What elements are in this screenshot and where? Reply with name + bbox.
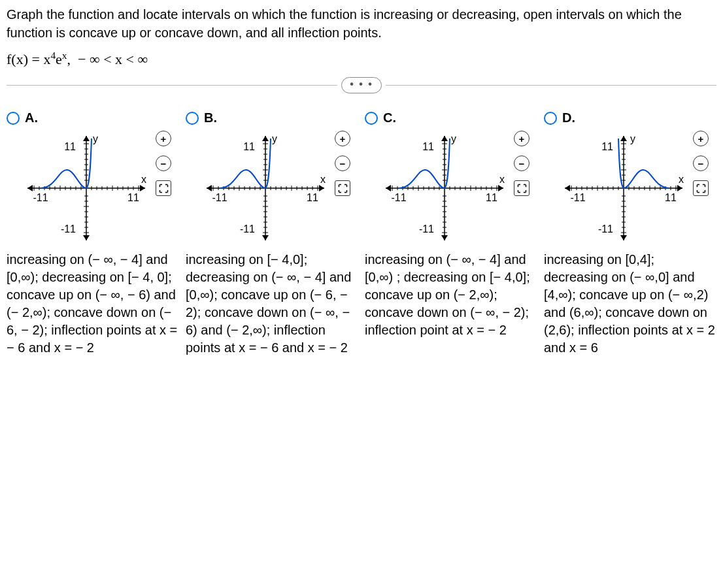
expand-ellipsis[interactable]: • • • (341, 77, 382, 93)
svg-text:-11: -11 (61, 223, 76, 235)
svg-text:11: 11 (64, 141, 76, 152)
svg-text:-11: -11 (570, 192, 585, 203)
option[interactable]: D. y (544, 110, 716, 357)
svg-text:-11: -11 (598, 223, 613, 235)
svg-text:11: 11 (486, 192, 497, 203)
graph-plot: y x -11 11 11 -11 (200, 129, 331, 247)
zoom-in-icon[interactable]: + (156, 131, 171, 146)
divider-line (7, 85, 337, 86)
svg-text:-11: -11 (240, 223, 255, 235)
radio-button[interactable] (544, 112, 557, 125)
svg-text:11: 11 (422, 141, 434, 152)
svg-marker-51 (262, 235, 269, 240)
y-axis-label: y (630, 133, 635, 144)
zoom-out-icon[interactable]: − (514, 155, 530, 171)
svg-text:-11: -11 (391, 192, 406, 203)
svg-marker-5 (83, 235, 90, 240)
question-equation: f(x) = x4ex, − ∞ < x < ∞ (7, 50, 716, 68)
svg-marker-97 (441, 235, 448, 240)
svg-marker-140 (565, 185, 570, 191)
option-description: increasing on [0,4]; decreasing on (− ∞,… (544, 251, 716, 357)
zoom-out-icon[interactable]: − (335, 155, 350, 171)
graph-plot: y x -11 11 11 -11 (21, 129, 152, 247)
radio-button[interactable] (7, 112, 20, 125)
zoom-in-icon[interactable]: + (693, 131, 709, 146)
radio-button[interactable] (365, 112, 378, 125)
option[interactable]: B. y (186, 110, 358, 357)
zoom-out-icon[interactable]: − (156, 155, 171, 171)
divider: • • • (7, 77, 716, 93)
svg-text:-11: -11 (212, 192, 227, 203)
svg-marker-1 (140, 185, 145, 191)
svg-text:11: 11 (127, 192, 139, 203)
divider-line (386, 85, 716, 86)
option-label: C. (383, 110, 396, 125)
svg-text:11: 11 (243, 141, 255, 152)
expand-icon[interactable]: ⛶ (693, 180, 709, 196)
svg-marker-48 (207, 185, 212, 191)
svg-marker-94 (386, 185, 391, 191)
graph-plot: y x -11 11 11 -11 (379, 129, 510, 247)
zoom-in-icon[interactable]: + (335, 131, 350, 146)
y-axis-label: y (93, 133, 98, 144)
svg-marker-47 (319, 185, 324, 191)
x-axis-label: x (141, 174, 146, 185)
svg-text:-11: -11 (33, 192, 48, 203)
question-prompt: Graph the function and locate intervals … (7, 5, 716, 42)
zoom-out-icon[interactable]: − (693, 155, 709, 171)
svg-text:11: 11 (307, 192, 318, 203)
x-axis-label: x (320, 174, 326, 185)
option-label: B. (204, 110, 217, 125)
expand-icon[interactable]: ⛶ (514, 180, 530, 196)
expand-icon[interactable]: ⛶ (335, 180, 350, 196)
svg-text:-11: -11 (419, 223, 434, 235)
svg-marker-139 (677, 185, 682, 191)
svg-marker-93 (498, 185, 503, 191)
option-description: increasing on [− 4,0]; decreasing on (− … (186, 251, 358, 357)
svg-marker-4 (83, 136, 90, 141)
option-description: increasing on (− ∞, − 4] and [0,∞); decr… (7, 251, 179, 357)
svg-text:11: 11 (601, 141, 613, 152)
x-axis-label: x (679, 174, 684, 185)
option[interactable]: C. y (365, 110, 537, 357)
svg-marker-2 (27, 185, 33, 191)
option-description: increasing on (− ∞, − 4] and [0,∞) ; dec… (365, 251, 537, 339)
svg-marker-143 (620, 235, 627, 240)
zoom-in-icon[interactable]: + (514, 131, 530, 146)
y-axis-label: y (451, 133, 456, 144)
option-label: A. (25, 110, 38, 125)
expand-icon[interactable]: ⛶ (156, 180, 171, 196)
option-label: D. (562, 110, 575, 125)
svg-text:11: 11 (665, 192, 677, 203)
radio-button[interactable] (186, 112, 199, 125)
svg-marker-50 (262, 136, 269, 141)
graph-plot: y x -11 11 11 -11 (558, 129, 689, 247)
y-axis-label: y (272, 133, 277, 144)
svg-marker-96 (441, 136, 448, 141)
option[interactable]: A. y (7, 110, 179, 357)
x-axis-label: x (499, 174, 505, 185)
svg-marker-142 (620, 136, 627, 141)
